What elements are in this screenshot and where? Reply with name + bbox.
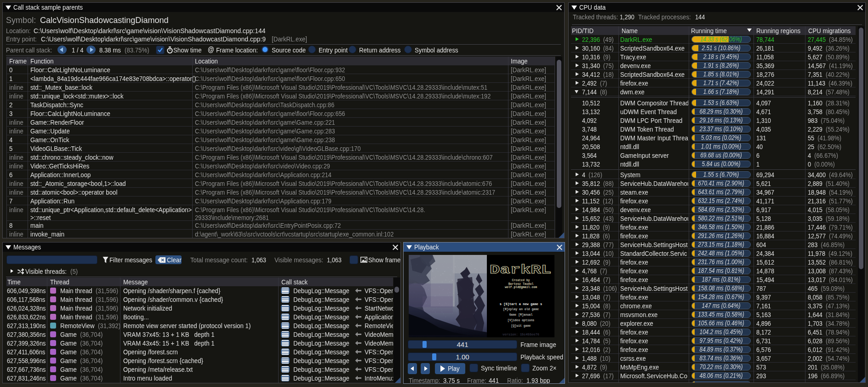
svg-text:DarkRL: DarkRL bbox=[490, 263, 551, 276]
